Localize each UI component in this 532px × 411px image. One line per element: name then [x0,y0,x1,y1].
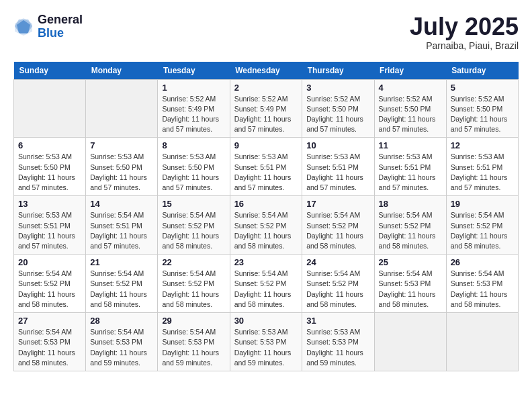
day-info: Sunrise: 5:53 AM Sunset: 5:50 PM Dayligh… [162,152,225,193]
calendar-cell: 17Sunrise: 5:54 AM Sunset: 5:52 PM Dayli… [302,196,374,255]
day-number: 24 [306,257,369,267]
day-info: Sunrise: 5:52 AM Sunset: 5:50 PM Dayligh… [306,94,369,135]
calendar-table: SundayMondayTuesdayWednesdayThursdayFrid… [13,62,519,371]
day-info: Sunrise: 5:53 AM Sunset: 5:51 PM Dayligh… [234,152,298,193]
title-block: July 2025 Parnaiba, Piaui, Brazil [410,13,519,51]
calendar-cell: 25Sunrise: 5:54 AM Sunset: 5:53 PM Dayli… [374,255,446,313]
day-info: Sunrise: 5:53 AM Sunset: 5:53 PM Dayligh… [306,327,369,368]
day-number: 6 [18,140,81,150]
day-info: Sunrise: 5:52 AM Sunset: 5:49 PM Dayligh… [234,94,298,135]
page-header: General Blue July 2025 Parnaiba, Piaui, … [13,13,519,51]
calendar-cell: 15Sunrise: 5:54 AM Sunset: 5:52 PM Dayli… [158,196,230,255]
day-number: 14 [90,199,153,209]
day-info: Sunrise: 5:54 AM Sunset: 5:53 PM Dayligh… [451,269,514,310]
day-number: 3 [306,83,369,93]
day-number: 25 [379,257,442,267]
day-info: Sunrise: 5:54 AM Sunset: 5:52 PM Dayligh… [234,210,298,251]
calendar-cell: 2Sunrise: 5:52 AM Sunset: 5:49 PM Daylig… [230,79,302,138]
day-number: 4 [379,83,442,93]
calendar-cell: 12Sunrise: 5:53 AM Sunset: 5:51 PM Dayli… [446,138,518,196]
day-number: 19 [451,199,514,209]
calendar-header-row: SundayMondayTuesdayWednesdayThursdayFrid… [14,62,519,80]
day-info: Sunrise: 5:52 AM Sunset: 5:50 PM Dayligh… [451,94,514,135]
day-info: Sunrise: 5:54 AM Sunset: 5:53 PM Dayligh… [162,327,225,368]
day-info: Sunrise: 5:53 AM Sunset: 5:51 PM Dayligh… [306,152,369,193]
header-wednesday: Wednesday [230,62,302,80]
day-info: Sunrise: 5:53 AM Sunset: 5:51 PM Dayligh… [451,152,514,193]
day-number: 17 [306,199,369,209]
day-number: 21 [90,257,153,267]
calendar-cell: 29Sunrise: 5:54 AM Sunset: 5:53 PM Dayli… [158,313,230,371]
day-info: Sunrise: 5:54 AM Sunset: 5:52 PM Dayligh… [379,210,442,251]
day-info: Sunrise: 5:53 AM Sunset: 5:50 PM Dayligh… [18,152,81,193]
day-number: 29 [162,316,225,326]
day-info: Sunrise: 5:54 AM Sunset: 5:52 PM Dayligh… [162,210,225,251]
week-row-2: 6Sunrise: 5:53 AM Sunset: 5:50 PM Daylig… [14,138,519,196]
header-thursday: Thursday [302,62,374,80]
day-number: 23 [234,257,298,267]
day-number: 8 [162,140,225,150]
day-number: 11 [379,140,442,150]
calendar-cell [446,313,518,371]
calendar-cell: 14Sunrise: 5:54 AM Sunset: 5:51 PM Dayli… [86,196,158,255]
day-number: 5 [451,83,514,93]
day-info: Sunrise: 5:53 AM Sunset: 5:51 PM Dayligh… [18,210,81,251]
calendar-cell: 1Sunrise: 5:52 AM Sunset: 5:49 PM Daylig… [158,79,230,138]
day-number: 2 [234,83,298,93]
day-number: 16 [234,199,298,209]
day-info: Sunrise: 5:54 AM Sunset: 5:52 PM Dayligh… [90,269,153,310]
day-info: Sunrise: 5:53 AM Sunset: 5:50 PM Dayligh… [90,152,153,193]
header-monday: Monday [86,62,158,80]
day-info: Sunrise: 5:53 AM Sunset: 5:51 PM Dayligh… [379,152,442,193]
calendar-cell: 27Sunrise: 5:54 AM Sunset: 5:53 PM Dayli… [14,313,86,371]
day-number: 15 [162,199,225,209]
calendar-cell: 21Sunrise: 5:54 AM Sunset: 5:52 PM Dayli… [86,255,158,313]
calendar-cell: 11Sunrise: 5:53 AM Sunset: 5:51 PM Dayli… [374,138,446,196]
day-number: 22 [162,257,225,267]
calendar-cell: 31Sunrise: 5:53 AM Sunset: 5:53 PM Dayli… [302,313,374,371]
logo-icon [13,17,34,37]
calendar-cell: 6Sunrise: 5:53 AM Sunset: 5:50 PM Daylig… [14,138,86,196]
logo: General Blue [13,13,83,40]
calendar-cell: 10Sunrise: 5:53 AM Sunset: 5:51 PM Dayli… [302,138,374,196]
day-number: 9 [234,140,298,150]
day-info: Sunrise: 5:54 AM Sunset: 5:52 PM Dayligh… [306,269,369,310]
calendar-cell: 22Sunrise: 5:54 AM Sunset: 5:52 PM Dayli… [158,255,230,313]
day-number: 31 [306,316,369,326]
calendar-cell [14,79,86,138]
day-number: 27 [18,316,81,326]
header-saturday: Saturday [446,62,518,80]
day-number: 7 [90,140,153,150]
calendar-cell [374,313,446,371]
day-info: Sunrise: 5:54 AM Sunset: 5:52 PM Dayligh… [162,269,225,310]
day-info: Sunrise: 5:54 AM Sunset: 5:52 PM Dayligh… [451,210,514,251]
calendar-cell: 13Sunrise: 5:53 AM Sunset: 5:51 PM Dayli… [14,196,86,255]
calendar-cell: 9Sunrise: 5:53 AM Sunset: 5:51 PM Daylig… [230,138,302,196]
day-info: Sunrise: 5:54 AM Sunset: 5:52 PM Dayligh… [18,269,81,310]
day-number: 1 [162,83,225,93]
day-number: 28 [90,316,153,326]
day-number: 20 [18,257,81,267]
header-sunday: Sunday [14,62,86,80]
day-info: Sunrise: 5:54 AM Sunset: 5:52 PM Dayligh… [306,210,369,251]
calendar-cell [86,79,158,138]
day-number: 12 [451,140,514,150]
calendar-cell: 16Sunrise: 5:54 AM Sunset: 5:52 PM Dayli… [230,196,302,255]
calendar-cell: 28Sunrise: 5:54 AM Sunset: 5:53 PM Dayli… [86,313,158,371]
calendar-cell: 20Sunrise: 5:54 AM Sunset: 5:52 PM Dayli… [14,255,86,313]
calendar-cell: 26Sunrise: 5:54 AM Sunset: 5:53 PM Dayli… [446,255,518,313]
day-number: 10 [306,140,369,150]
calendar-cell: 5Sunrise: 5:52 AM Sunset: 5:50 PM Daylig… [446,79,518,138]
day-number: 26 [451,257,514,267]
week-row-5: 27Sunrise: 5:54 AM Sunset: 5:53 PM Dayli… [14,313,519,371]
header-friday: Friday [374,62,446,80]
day-info: Sunrise: 5:52 AM Sunset: 5:50 PM Dayligh… [379,94,442,135]
logo-general-text: General [38,13,83,27]
day-info: Sunrise: 5:53 AM Sunset: 5:53 PM Dayligh… [234,327,298,368]
day-info: Sunrise: 5:54 AM Sunset: 5:53 PM Dayligh… [18,327,81,368]
day-number: 13 [18,199,81,209]
calendar-cell: 4Sunrise: 5:52 AM Sunset: 5:50 PM Daylig… [374,79,446,138]
calendar-cell: 19Sunrise: 5:54 AM Sunset: 5:52 PM Dayli… [446,196,518,255]
day-number: 30 [234,316,298,326]
calendar-cell: 7Sunrise: 5:53 AM Sunset: 5:50 PM Daylig… [86,138,158,196]
